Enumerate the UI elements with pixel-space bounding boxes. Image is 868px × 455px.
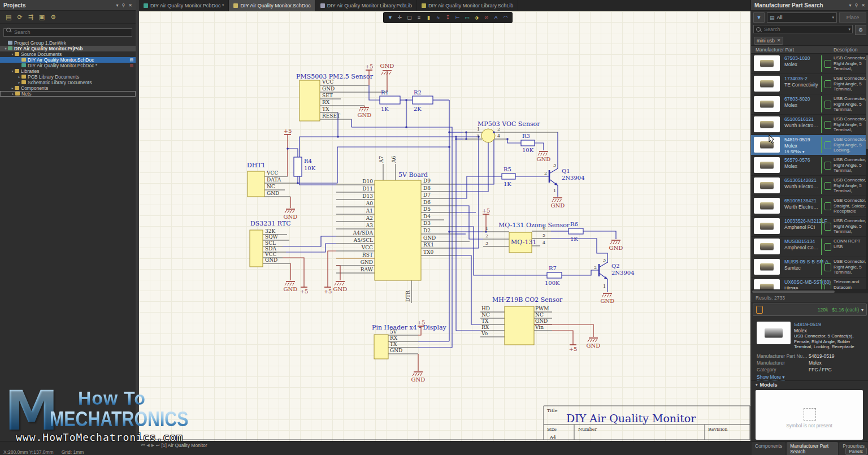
sheet-tab-label[interactable]: [1] Air Quality Monitor <box>161 443 207 448</box>
expand-chevron-icon[interactable]: ▾ <box>861 307 863 313</box>
part-row-musbb15134[interactable]: MUSBB15134Amphenol Commer...CONN RCPT US… <box>751 237 868 257</box>
tree-item-project-group-1-dsnwrk[interactable]: Project Group 1.DsnWrk <box>0 40 136 46</box>
document-tab[interactable]: DIY Air Quality Monitor.PcbDoc * <box>139 0 229 11</box>
show-more-link[interactable]: Show More ▾ <box>757 374 785 380</box>
net-label-icon[interactable]: ⬗ <box>472 14 481 21</box>
panel-pin-icon[interactable]: ⚲ <box>854 3 858 8</box>
bus-entry-icon[interactable]: ⊢ <box>453 14 462 21</box>
tree-item-libraries[interactable]: ▾Libraries <box>0 68 136 74</box>
compile-icon[interactable]: ⇶ <box>28 14 33 21</box>
schematic-wire <box>369 85 380 100</box>
panel-close-icon[interactable]: ✕ <box>861 3 865 8</box>
last-sheet-icon[interactable]: ⏭ <box>156 443 159 448</box>
tree-expand-arrow[interactable]: ▾ <box>3 46 8 50</box>
schematic-text: VCC <box>264 252 276 257</box>
document-state-icon: ▥ <box>129 63 133 68</box>
settings-icon[interactable]: ⚙ <box>50 14 56 21</box>
part-row-65100516121[interactable]: 65100516121Wurth ElectronicsUSB Connecto… <box>751 115 868 135</box>
place-part-icon[interactable]: ▮ <box>424 14 433 21</box>
parts-list-scrollbar[interactable] <box>866 54 868 289</box>
tree-item-diy-air-quality-monitor-prjpcb[interactable]: ▾DIY Air Quality Monitor.PrjPcb <box>0 46 136 51</box>
align-icon[interactable]: ≡ <box>415 14 423 21</box>
part-number-link[interactable]: 651005136421 <box>784 198 817 203</box>
tree-item-diy-air-quality-monitor-pcbdoc-[interactable]: DIY Air Quality Monitor.PcbDoc *▥ <box>0 63 136 68</box>
document-tab[interactable]: DIY Air Quality Monitor Library.PcbLib <box>316 0 417 11</box>
category-dropdown[interactable]: ▤ All ▾ <box>767 12 837 23</box>
filter-funnel-icon[interactable]: ▼ <box>753 12 765 23</box>
tree-expand-arrow[interactable]: ▾ <box>10 69 15 73</box>
schematic-canvas[interactable]: +5+5+5+5+5+5+5GNDGNDGNDGNDGNDGNDGNDGNDGN… <box>139 11 750 441</box>
tree-item-components[interactable]: ▸Components <box>0 85 136 91</box>
part-number-link[interactable]: 1734035-2 <box>784 76 808 81</box>
move-icon[interactable]: ✛ <box>396 14 404 21</box>
part-row-musb-05-s-b-sm-a[interactable]: MUSB-05-S-B-SM-ASamtecUSB Connector, Rig… <box>751 257 868 278</box>
detail-part-number-link[interactable]: 54819-0519 <box>794 322 821 327</box>
part-symbol-ic-icon <box>824 202 831 210</box>
part-number-link[interactable]: UX60SC-MB-5ST(80) <box>784 279 831 285</box>
tree-item-schematic-library-documents[interactable]: ▸Schematic Library Documents <box>0 80 136 85</box>
tree-item-source-documents[interactable]: ▾Source Documents <box>0 51 136 57</box>
search-filter-chip[interactable]: mini usb ✕ <box>754 37 783 45</box>
part-number-link[interactable]: 65100516121 <box>784 116 814 122</box>
chip-remove-icon[interactable]: ✕ <box>777 38 781 43</box>
place-button[interactable]: Place <box>839 12 866 23</box>
part-number-link[interactable]: MUSBB15134 <box>784 239 815 244</box>
part-row-651305142821[interactable]: 651305142821Wurth ElectronicsUSB Connect… <box>751 176 868 196</box>
part-number-link[interactable]: 54819-0519 <box>784 137 810 142</box>
tree-item-diy-air-quality-monitor-schdoc[interactable]: DIY Air Quality Monitor.SchDoc▤ <box>0 57 136 63</box>
place-wire-icon[interactable]: ≈ <box>434 14 442 21</box>
select-rect-icon[interactable]: ▢ <box>405 14 414 21</box>
document-tab[interactable]: DIY Air Quality Monitor Library.SchLib <box>417 0 518 11</box>
part-number-link[interactable]: 56579-0576 <box>784 157 810 163</box>
tree-expand-arrow[interactable]: ▸ <box>11 92 15 96</box>
column-description: Description <box>834 47 858 53</box>
schematic-text: R2 <box>414 89 422 96</box>
part-row-651005136421[interactable]: 651005136421Wurth ElectronicsUSB Connect… <box>751 196 868 216</box>
search-history-chevron-icon[interactable]: ▾ <box>848 27 850 32</box>
no-erc-icon[interactable]: ⊘ <box>482 14 491 21</box>
tree-item-pcb-library-documents[interactable]: ▸PCB Library Documents <box>0 74 136 80</box>
tree-expand-arrow[interactable]: ▸ <box>17 80 21 84</box>
projects-search-input[interactable] <box>3 28 132 37</box>
prev-sheet-icon[interactable]: ◀ <box>146 443 149 448</box>
first-sheet-icon[interactable]: ⏮ <box>141 443 145 448</box>
part-number-link[interactable]: 67503-1020 <box>784 55 810 61</box>
tree-expand-arrow[interactable]: ▾ <box>10 52 15 56</box>
panel-menu-icon[interactable]: ▾ <box>116 3 118 8</box>
panels-button[interactable]: Panels <box>845 448 867 455</box>
part-row-10033526-n3212lf[interactable]: 10033526-N3212LFAmphenol FCIUSB Connecto… <box>751 216 868 237</box>
explorer-icon[interactable]: ▣ <box>39 14 45 21</box>
arc-icon[interactable]: ◠ <box>501 14 510 21</box>
panel-pin-icon[interactable]: ⚲ <box>121 3 125 8</box>
filter-icon[interactable]: ▼ <box>386 14 394 21</box>
schematic-wire <box>288 149 298 157</box>
panel-tab-manufacturer-part-search[interactable]: Manufacturer Part Search <box>787 442 838 455</box>
text-string-icon[interactable]: A <box>492 14 500 21</box>
part-row-ux60sc-mb-5st(80)[interactable]: UX60SC-MB-5ST(80)HiroseTelecom and Datac… <box>751 278 868 290</box>
parts-search-input[interactable] <box>753 25 853 33</box>
panel-close-icon[interactable]: ✕ <box>128 3 132 8</box>
tree-expand-arrow[interactable]: ▸ <box>10 86 15 90</box>
save-all-icon[interactable]: ▤ <box>6 14 11 21</box>
schematic-text: 3 <box>603 258 606 263</box>
part-row-67803-8020[interactable]: 67803-8020MolexUSB Connector, Right Angl… <box>751 94 868 115</box>
sheet-symbol-icon[interactable]: ▭ <box>463 14 471 21</box>
panel-tab-components[interactable]: Components <box>752 442 785 455</box>
part-row-54819-0519[interactable]: 54819-0519Molex19 SPNs ▾USB Connector, R… <box>751 135 868 155</box>
part-number-link[interactable]: 67803-8020 <box>784 96 810 102</box>
part-row-56579-0576[interactable]: 56579-0576MolexUSB Connector, Right Angl… <box>751 155 868 176</box>
refresh-icon[interactable]: ⟳ <box>17 14 22 21</box>
part-number-link[interactable]: 651305142821 <box>784 177 817 183</box>
panel-menu-icon[interactable]: ▾ <box>849 3 851 8</box>
next-sheet-icon[interactable]: ▶ <box>151 443 154 448</box>
part-spn-dropdown[interactable]: 19 SPNs ▾ <box>784 149 804 154</box>
tree-item-nets[interactable]: ▸Nets <box>0 91 136 97</box>
parts-horizontal-scrollbar[interactable] <box>751 290 868 293</box>
power-port-icon[interactable]: ↧ <box>444 14 452 21</box>
document-tab[interactable]: DIY Air Quality Monitor.SchDoc <box>229 0 315 11</box>
part-row-67503-1020[interactable]: 67503-1020MolexUSB Connector, Right Angl… <box>751 54 868 74</box>
tree-expand-arrow[interactable]: ▸ <box>17 75 21 79</box>
part-row-1734035-2[interactable]: 1734035-2TE ConnectivityUSB Connector, R… <box>751 74 868 94</box>
search-settings-gear-icon[interactable]: ⚙ <box>855 25 866 35</box>
collapse-arrow-icon[interactable]: ▾ <box>756 383 758 387</box>
